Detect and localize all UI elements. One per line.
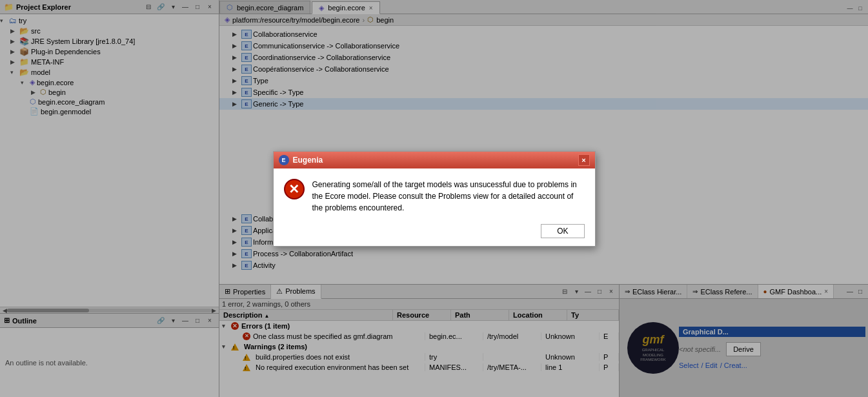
modal-ok-button[interactable]: OK: [541, 224, 584, 238]
modal-title-text: Eugenia: [293, 156, 323, 165]
modal-message: Generating some/all of the target models…: [312, 179, 585, 214]
modal-title-bar: E Eugenia ×: [274, 152, 595, 168]
modal-footer: OK: [274, 219, 595, 246]
modal-close-btn[interactable]: ×: [578, 154, 590, 166]
modal-dialog: E Eugenia × ✕ Generating some/all of the…: [273, 151, 596, 247]
modal-logo-icon: E: [279, 155, 289, 165]
modal-title-left: E Eugenia: [279, 155, 323, 165]
modal-overlay[interactable]: E Eugenia × ✕ Generating some/all of the…: [0, 0, 868, 397]
modal-body: ✕ Generating some/all of the target mode…: [274, 168, 595, 219]
modal-error-icon: ✕: [284, 179, 305, 199]
